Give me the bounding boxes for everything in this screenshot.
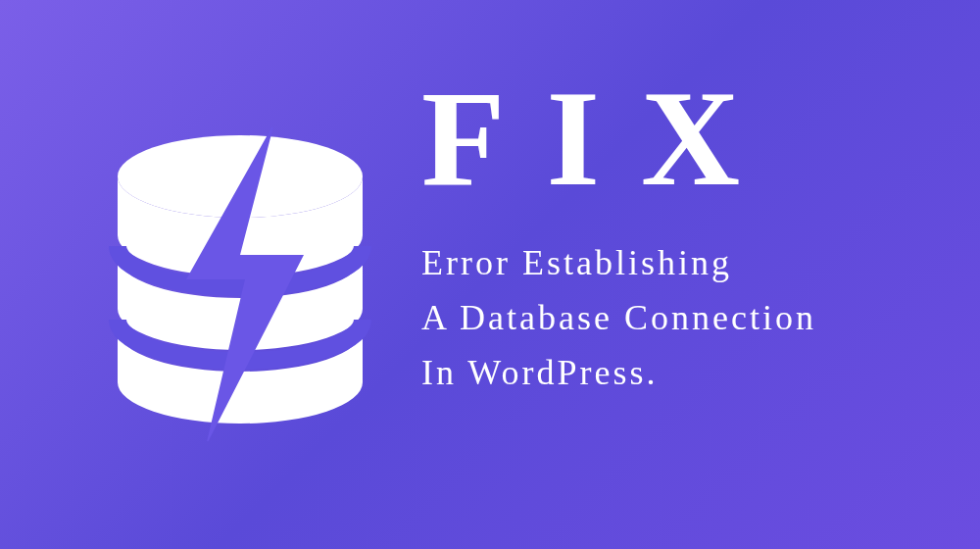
subtitle-line-3: In WordPress.: [421, 346, 816, 401]
subtitle: Error Establishing A Database Connection…: [421, 236, 816, 400]
main-heading: FIX: [421, 59, 816, 217]
database-lightning-icon: [93, 127, 387, 441]
text-content: FIX Error Establishing A Database Connec…: [421, 59, 816, 400]
subtitle-line-2: A Database Connection: [421, 291, 816, 346]
subtitle-line-1: Error Establishing: [421, 236, 816, 291]
